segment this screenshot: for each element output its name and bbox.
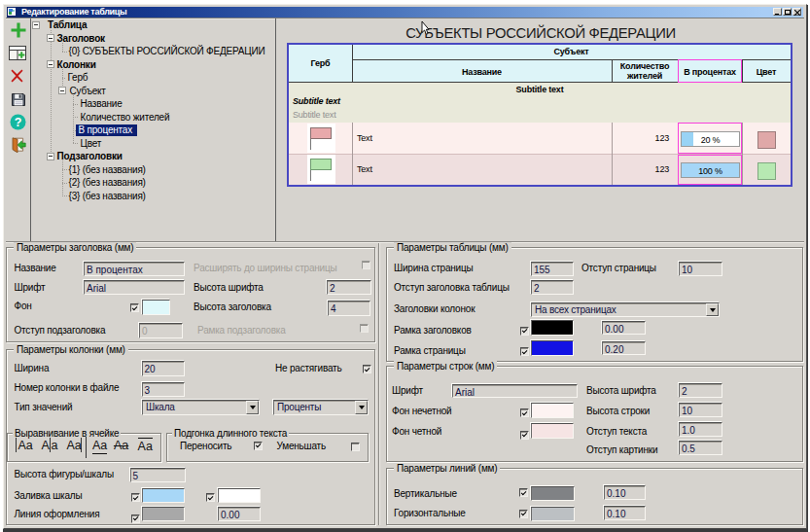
svg-text:?: ? [15,116,22,129]
